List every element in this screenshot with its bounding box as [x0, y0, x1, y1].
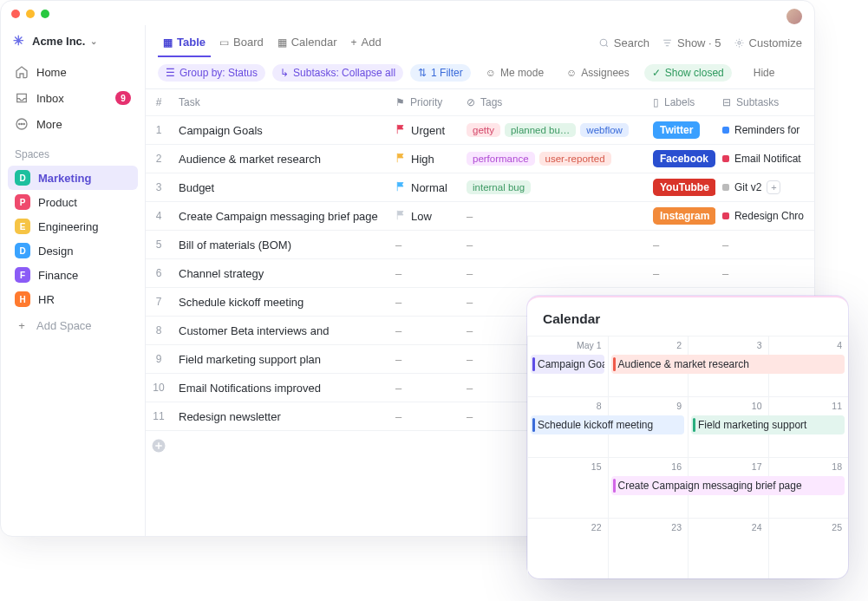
close-icon[interactable] [11, 10, 20, 18]
sidebar-item-engineering[interactable]: EEngineering [8, 214, 138, 238]
tag-chip[interactable]: planned bu… [505, 123, 576, 137]
customize-button[interactable]: Customize [734, 36, 802, 49]
table-row[interactable]: 1Campaign GoalsUrgentgettyplanned bu…web… [146, 116, 814, 145]
subtasks-cell[interactable]: Email Notificat [715, 153, 811, 165]
priority-cell[interactable]: Low [388, 210, 460, 223]
calendar-event[interactable]: Campaign Goals [531, 355, 604, 374]
sidebar-item-design[interactable]: DDesign [8, 238, 138, 263]
priority-cell[interactable]: High [388, 153, 460, 166]
tags-cell[interactable]: – [460, 210, 646, 223]
priority-cell[interactable]: Normal [388, 181, 460, 194]
task-name[interactable]: Redesign newsletter [172, 410, 388, 423]
priority-cell[interactable]: – [388, 410, 460, 423]
col-index[interactable]: # [146, 96, 172, 108]
nav-home[interactable]: Home [8, 60, 138, 84]
subtasks-cell[interactable]: Git v2+ [715, 180, 811, 194]
subtasks-cell[interactable]: – [715, 267, 811, 280]
label-chip[interactable]: YouTubbe [653, 179, 715, 196]
subtask-chip[interactable]: Git v2+ [722, 180, 804, 194]
subtask-chip[interactable]: Reminders for [722, 124, 804, 136]
priority-cell[interactable]: Urgent [388, 124, 460, 137]
subtasks-cell[interactable]: Reminders for [715, 124, 811, 136]
labels-cell[interactable]: YouTubbe [646, 179, 715, 196]
subtask-chip[interactable]: Email Notificat [722, 153, 804, 165]
calendar-event[interactable]: Schedule kickoff meeting [531, 415, 684, 434]
labels-cell[interactable]: Twitter [646, 121, 715, 139]
subtask-chip[interactable]: Redesign Chro [722, 210, 804, 222]
tab-add[interactable]: + Add [345, 29, 386, 57]
task-name[interactable]: Channel strategy [172, 267, 388, 280]
calendar-event[interactable]: Field marketing support [691, 415, 845, 434]
labels-cell[interactable]: – [646, 267, 715, 280]
priority-cell[interactable]: – [388, 238, 460, 252]
tag-chip[interactable]: performance [467, 152, 535, 166]
table-row[interactable]: 6Channel strategy–––– [146, 259, 814, 288]
add-space-button[interactable]: + Add Space [8, 313, 138, 337]
tags-cell[interactable]: gettyplanned bu…webflow [460, 123, 646, 137]
label-chip[interactable]: Twitter [653, 121, 700, 139]
tag-chip[interactable]: user-reported [539, 152, 611, 166]
task-name[interactable]: Bill of materials (BOM) [172, 238, 388, 252]
col-tags[interactable]: ⊘Tags [460, 96, 646, 108]
tag-chip[interactable]: webflow [580, 123, 629, 137]
workspace-switcher[interactable]: Acme Inc. ⌄ [8, 30, 138, 51]
priority-cell[interactable]: – [388, 296, 460, 309]
task-name[interactable]: Schedule kickoff meeting [172, 296, 388, 309]
zoom-icon[interactable] [41, 10, 49, 18]
tab-board[interactable]: ▭ Board [214, 29, 269, 57]
label-chip[interactable]: Instagram [653, 207, 715, 225]
tags-cell[interactable]: internal bug [460, 180, 646, 194]
hide-chip[interactable]: Hide [746, 64, 783, 82]
table-row[interactable]: 4Create Campaign messaging brief pageLow… [146, 202, 814, 231]
task-name[interactable]: Customer Beta interviews and [172, 324, 388, 337]
priority-cell[interactable]: – [388, 267, 460, 280]
sidebar-item-finance[interactable]: FFinance [8, 263, 138, 287]
tag-chip[interactable]: getty [467, 123, 500, 137]
nav-inbox[interactable]: Inbox 9 [8, 86, 138, 110]
tags-cell[interactable]: – [460, 267, 646, 280]
subtasks-cell[interactable]: – [715, 238, 811, 252]
task-name[interactable]: Audience & market research [172, 153, 388, 166]
labels-cell[interactable]: Instagram [646, 207, 715, 225]
subtasks-cell[interactable]: Redesign Chro [715, 210, 811, 222]
plus-icon[interactable]: + [767, 180, 780, 194]
col-task[interactable]: Task [172, 96, 388, 108]
tab-calendar[interactable]: ▦ Calendar [272, 29, 343, 57]
calendar-event[interactable]: Audience & market research [611, 355, 845, 374]
tags-cell[interactable]: – [460, 238, 646, 252]
tag-chip[interactable]: internal bug [467, 180, 531, 194]
me-mode-chip[interactable]: ☺Me mode [478, 64, 551, 82]
calendar-cell[interactable]: 24 [688, 518, 768, 578]
subtasks-chip[interactable]: ↳Subtasks: Collapse all [272, 64, 403, 82]
task-name[interactable]: Field marketing support plan [172, 353, 388, 366]
col-labels[interactable]: ▯Labels [646, 96, 715, 108]
task-name[interactable]: Campaign Goals [172, 124, 388, 137]
col-priority[interactable]: ⚑Priority [388, 96, 460, 108]
calendar-cell[interactable]: 23 [608, 518, 689, 578]
filter-chip[interactable]: ⇅1 Filter [410, 64, 471, 82]
minimize-icon[interactable] [26, 10, 35, 18]
search-button[interactable]: Search [598, 36, 649, 49]
nav-more[interactable]: More [8, 112, 138, 136]
tab-table[interactable]: ▦ Table [158, 29, 211, 57]
avatar[interactable] [786, 9, 802, 24]
task-name[interactable]: Budget [172, 181, 388, 194]
sidebar-item-marketing[interactable]: DMarketing [8, 166, 138, 190]
calendar-event[interactable]: Create Campaign messaging brief page [611, 476, 845, 495]
sidebar-item-product[interactable]: PProduct [8, 190, 138, 214]
task-name[interactable]: Create Campaign messaging brief page [172, 210, 388, 223]
table-row[interactable]: 3BudgetNormalinternal bugYouTubbeGit v2+ [146, 173, 814, 202]
table-row[interactable]: 2Audience & market researchHighperforman… [146, 145, 814, 173]
task-name[interactable]: Email Notifications improved [172, 382, 388, 395]
labels-cell[interactable]: – [646, 238, 715, 252]
priority-cell[interactable]: – [388, 382, 460, 395]
labels-cell[interactable]: Facebook [646, 150, 715, 167]
tags-cell[interactable]: performanceuser-reported [460, 152, 646, 166]
calendar-cell[interactable]: 15 [527, 457, 608, 518]
label-chip[interactable]: Facebook [653, 150, 715, 167]
sidebar-item-hr[interactable]: HHR [8, 287, 138, 311]
table-row[interactable]: 5Bill of materials (BOM)–––– [146, 231, 814, 259]
group-chip[interactable]: ☰Group by: Status [158, 64, 265, 82]
show-button[interactable]: Show · 5 [662, 36, 721, 49]
priority-cell[interactable]: – [388, 324, 460, 337]
